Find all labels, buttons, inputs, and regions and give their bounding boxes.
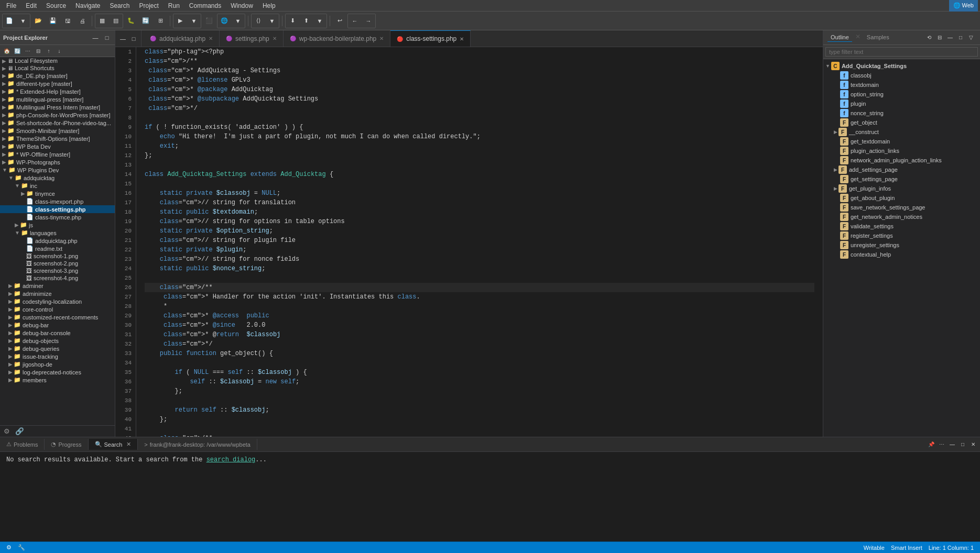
outline-item-nonce-string[interactable]: fnonce_string <box>823 108 980 118</box>
tree-item-wp-photographs[interactable]: ▶📁WP-Photographs <box>0 158 115 166</box>
tree-item-extended-help[interactable]: ▶📁* Extended-Help [master] <box>0 87 115 95</box>
git-pull[interactable]: ⬇ <box>286 14 299 28</box>
editor-minimize[interactable]: — <box>117 34 128 44</box>
status-smart-insert[interactable]: Smart Insert <box>889 545 924 551</box>
tree-item-screenshot-3[interactable]: 🖼screenshot-3.png <box>0 267 115 274</box>
menu-commands[interactable]: Commands <box>185 1 225 10</box>
menu-file[interactable]: File <box>2 1 20 10</box>
tree-item-issue-tracking[interactable]: ▶📁issue-tracking <box>0 352 115 360</box>
undo-button[interactable]: ↩ <box>333 14 346 28</box>
tree-item-class-settings[interactable]: 📄class-settings.php <box>0 205 115 213</box>
tab-close-addquicktag-php[interactable]: ✕ <box>209 36 213 41</box>
back-button[interactable]: ← <box>348 14 362 28</box>
print-button[interactable]: 🖨 <box>75 14 89 28</box>
editor-tab-settings-php[interactable]: 🟣settings.php✕ <box>220 30 284 47</box>
menu-window[interactable]: Window <box>226 1 257 10</box>
bottom-tab-problems[interactable]: ⚠Problems <box>0 439 45 450</box>
ftp-button[interactable]: 🌐 <box>217 14 231 28</box>
diff-button[interactable]: ⟨⟩ <box>252 14 265 28</box>
bottom-tab-search[interactable]: 🔍Search✕ <box>89 439 138 450</box>
status-writable[interactable]: Writable <box>862 545 887 551</box>
diff-dropdown[interactable]: ▼ <box>265 14 279 28</box>
outline-item-save-network-settings-page[interactable]: Fsave_network_settings_page <box>823 203 980 212</box>
sidebar-link-btn[interactable]: 🔗 <box>14 427 26 436</box>
git-push[interactable]: ⬆ <box>299 14 313 28</box>
search-dialog-link[interactable]: search dialog <box>206 456 256 463</box>
tab-samples[interactable]: Samples <box>864 33 892 42</box>
editor-tab-class-settings-php[interactable]: 🔴class-settings.php✕ <box>390 30 471 47</box>
outline-item-contextual-help[interactable]: Fcontextual_help <box>823 250 980 259</box>
tree-item-codestyling-localization[interactable]: ▶📁codestyling-localization <box>0 297 115 305</box>
save-all-button[interactable]: 🖫 <box>61 14 74 28</box>
outline-item-plugin[interactable]: fplugin <box>823 99 980 108</box>
menu-navigate[interactable]: Navigate <box>71 1 104 10</box>
tree-item-readme-txt[interactable]: 📄readme.txt <box>0 245 115 252</box>
outline-item-add-quicktag-settings[interactable]: ▼CAdd_Quicktag_Settings <box>823 61 980 71</box>
outline-item-get-settings-page[interactable]: Fget_settings_page <box>823 174 980 184</box>
tree-item-debug-objects[interactable]: ▶📁debug-objects <box>0 337 115 345</box>
bottom-tab-terminal[interactable]: >frank@frank-desktop: /var/www/wpbeta <box>138 439 257 450</box>
tab-close-settings-php[interactable]: ✕ <box>273 36 277 41</box>
run-dropdown[interactable]: ▼ <box>187 14 201 28</box>
tree-item-screenshot-4[interactable]: 🖼screenshot-4.png <box>0 274 115 282</box>
save-button[interactable]: 💾 <box>46 14 60 28</box>
tree-item-local-filesystem[interactable]: ▶🖥Local Filesystem <box>0 57 115 64</box>
outline-item-construct[interactable]: ▶F__construct <box>823 127 980 137</box>
web-button[interactable]: 🌐 Web <box>949 0 978 13</box>
outline-minimize[interactable]: — <box>945 33 955 42</box>
stop-button[interactable]: ⬛ <box>202 14 216 28</box>
bottom-close[interactable]: ✕ <box>968 440 978 449</box>
tree-item-languages[interactable]: ▼📁languages <box>0 229 115 237</box>
debug-button[interactable]: 🐛 <box>124 14 138 28</box>
tree-item-debug-bar[interactable]: ▶📁debug-bar <box>0 321 115 329</box>
tree-item-adminer[interactable]: ▶📁adminer <box>0 282 115 290</box>
status-settings-icon[interactable]: ⚙ <box>4 544 14 551</box>
bottom-pin[interactable]: 📌 <box>927 440 936 449</box>
outline-item-get-object[interactable]: Fget_object <box>823 118 980 127</box>
tree-item-multilingual-press[interactable]: ▶📁multilingual-press [master] <box>0 95 115 103</box>
tree-item-members[interactable]: ▶📁members <box>0 376 115 384</box>
open-button[interactable]: 📂 <box>31 14 45 28</box>
tab-outline[interactable]: Outline <box>827 33 852 42</box>
new-dropdown[interactable]: ▼ <box>16 14 30 28</box>
tree-item-addquicktag-php[interactable]: 📄addquicktag.php <box>0 237 115 245</box>
tree-item-class-imexport[interactable]: 📄class-imexport.php <box>0 197 115 205</box>
tree-item-multilingual-press-intern[interactable]: ▶📁Multilingual Press Intern [master] <box>0 103 115 111</box>
outline-close[interactable]: ▽ <box>966 33 976 42</box>
bottom-maximize[interactable]: □ <box>958 440 967 449</box>
editor-maximize[interactable]: □ <box>128 34 139 44</box>
tree-item-js[interactable]: ▶📁js <box>0 221 115 229</box>
sidebar-collapse-all[interactable]: ⊟ <box>34 46 43 56</box>
tree-item-inc[interactable]: ▼📁inc <box>0 182 115 190</box>
sidebar-maximize[interactable]: □ <box>102 33 112 42</box>
outline-item-unregister-settings[interactable]: Funregister_settings <box>823 240 980 250</box>
outline-sync[interactable]: ⟲ <box>924 33 934 42</box>
outline-item-get-textdomain[interactable]: Fget_textdomain <box>823 137 980 146</box>
outline-item-get-network-admin-notices[interactable]: Fget_network_admin_notices <box>823 212 980 222</box>
tree-item-set-shortcode[interactable]: ▶📁Set-shortcode-for-iPhone-video-tag... <box>0 119 115 127</box>
sidebar-home[interactable]: 🏠 <box>2 46 12 56</box>
outline-item-get-about-plugin[interactable]: Fget_about_plugin <box>823 193 980 203</box>
sidebar-refresh[interactable]: 🔄 <box>13 46 22 56</box>
git-dropdown[interactable]: ▼ <box>313 14 326 28</box>
bottom-tab-close-search[interactable]: ✕ <box>126 441 131 448</box>
run-button[interactable]: ▶ <box>173 14 187 28</box>
outline-item-add-settings-page[interactable]: ▶Fadd_settings_page <box>823 165 980 174</box>
sidebar-up[interactable]: ↑ <box>44 46 53 56</box>
tree-item-adminimize[interactable]: ▶📁adminimize <box>0 290 115 297</box>
editor-tab-wp-backend[interactable]: 🟣wp-backend-boilerplate.php✕ <box>284 30 390 47</box>
sidebar-minimize[interactable]: — <box>91 33 100 42</box>
tree-item-local-shortcuts[interactable]: ▶🖥Local Shortcuts <box>0 64 115 72</box>
outline-item-textdomain[interactable]: ftextdomain <box>823 80 980 90</box>
code-editor[interactable]: 1234567891011121314151617181920212223242… <box>115 47 823 437</box>
tree-item-php-console[interactable]: ▶📁php-Console-for-WordPress [master] <box>0 111 115 119</box>
tree-item-wp-beta-dev[interactable]: ▶📁WP Beta Dev <box>0 142 115 150</box>
sidebar-down[interactable]: ↓ <box>55 46 64 56</box>
outline-item-register-settings[interactable]: Fregister_settings <box>823 231 980 240</box>
tree-item-jigoshop-de[interactable]: ▶📁jigoshop-de <box>0 360 115 368</box>
tab-close-wp-backend[interactable]: ✕ <box>379 36 384 41</box>
menu-project[interactable]: Project <box>135 1 162 10</box>
outline-item-classobj[interactable]: fclassobj <box>823 71 980 80</box>
outline-maximize[interactable]: □ <box>956 33 965 42</box>
outline-item-option-string[interactable]: foption_string <box>823 90 980 99</box>
